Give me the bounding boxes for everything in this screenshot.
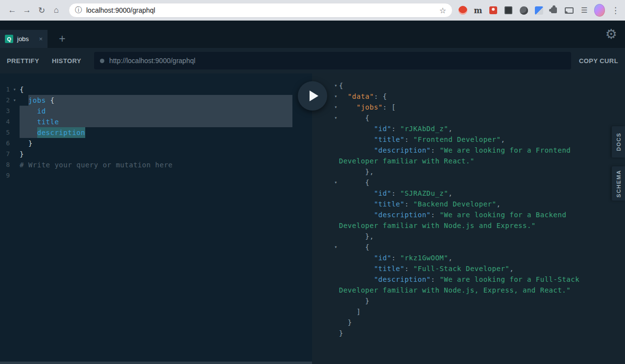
code-line: 6 } — [0, 138, 312, 149]
code-line: Developer familiar with React." — [312, 156, 625, 166]
extension-icon-m[interactable]: m — [473, 5, 483, 16]
back-icon[interactable]: ← — [5, 3, 20, 18]
code-line: Developer familiar with Node.js and Expr… — [312, 220, 625, 231]
profile-button[interactable] — [594, 5, 605, 16]
line-number: 8 — [0, 159, 10, 170]
code-text: "jobs": [ — [339, 102, 396, 113]
graphql-playground: Q jobs × + ⚙ PRETTIFY HISTORY http://loc… — [0, 21, 625, 364]
code-text: "description": "We are looking for a Ful… — [339, 274, 579, 285]
response-viewer: ▾{▾ "data": {▾ "jobs": [▾ { "id": "rJKAb… — [312, 73, 625, 364]
translate-icon — [535, 6, 543, 15]
extension-icon-translate[interactable] — [533, 5, 544, 16]
code-text: id — [20, 106, 46, 116]
copy-curl-button[interactable]: COPY CURL — [579, 57, 618, 65]
reload-icon[interactable]: ↻ — [34, 3, 49, 18]
query-type-badge: Q — [5, 35, 13, 43]
site-info-icon[interactable]: ⓘ — [75, 6, 82, 15]
line-number: 1 — [0, 84, 10, 95]
editor-horizontal-scrollbar[interactable] — [0, 362, 312, 364]
code-line: 1▾{ — [0, 84, 312, 95]
tab-label: jobs — [17, 35, 35, 43]
red-badge-icon — [489, 6, 497, 14]
fold-spacer — [312, 252, 337, 263]
m-letter-icon: m — [474, 6, 482, 15]
cast-icon — [565, 7, 574, 14]
extension-icon-circle[interactable] — [518, 5, 529, 16]
code-text: } — [339, 328, 343, 339]
code-text: { — [339, 80, 343, 91]
code-text: } — [339, 317, 352, 328]
line-number: 3 — [0, 106, 10, 116]
address-bar[interactable]: ⓘ localhost:9000/graphql ☆ — [69, 3, 453, 18]
docs-side-tab[interactable]: DOCS — [612, 126, 625, 158]
code-line: "description": "We are looking for a Fro… — [312, 145, 625, 156]
code-text: } — [20, 149, 24, 159]
fold-spacer — [312, 296, 337, 306]
code-text: } — [339, 296, 370, 306]
tab-jobs[interactable]: Q jobs × — [0, 30, 48, 48]
fold-caret-icon[interactable]: ▾ — [10, 84, 20, 95]
code-line: Developer familiar with Node.js, Express… — [312, 285, 625, 296]
fold-spacer — [312, 166, 337, 177]
execute-query-button[interactable] — [298, 81, 327, 111]
home-icon[interactable]: ⌂ — [49, 3, 64, 18]
endpoint-status-dot-icon — [100, 59, 104, 63]
tab-close-icon[interactable]: × — [39, 35, 43, 43]
code-text: "data": { — [339, 91, 387, 102]
playground-toolbar: PRETTIFY HISTORY http://localhost:9000/g… — [0, 48, 625, 73]
cast-button[interactable] — [564, 5, 575, 16]
code-text: } — [20, 138, 33, 149]
play-icon — [310, 91, 318, 101]
code-text: description — [20, 127, 85, 138]
extension-icon-adblock[interactable] — [457, 5, 468, 16]
code-line: 3 id — [0, 106, 312, 116]
code-text: "id": "rJKAbDd_z", — [339, 123, 453, 134]
fold-spacer — [312, 274, 337, 285]
code-line: ▾ "jobs": [ — [312, 102, 625, 113]
address-url[interactable]: localhost:9000/graphql — [86, 6, 439, 14]
code-text: { — [339, 113, 370, 123]
fold-caret-icon[interactable]: ▾ — [10, 95, 20, 106]
code-text: "description": "We are looking for a Fro… — [339, 145, 571, 156]
fold-caret-icon[interactable]: ▾ — [312, 242, 337, 252]
fold-spacer — [312, 328, 337, 339]
line-number: 9 — [0, 170, 10, 181]
extension-icon-grid[interactable] — [503, 5, 514, 16]
code-line: "title": "Backend Developer", — [312, 199, 625, 209]
red-circle-icon — [458, 6, 467, 15]
endpoint-input[interactable]: http://localhost:9000/graphql — [94, 52, 571, 69]
fold-spacer — [312, 188, 337, 199]
code-line: "title": "Full-Stack Developer", — [312, 263, 625, 274]
bookmark-star-icon[interactable]: ☆ — [439, 6, 446, 15]
forward-icon[interactable]: → — [20, 3, 34, 18]
reading-list-button[interactable]: ☰ — [579, 5, 590, 16]
prettify-button[interactable]: PRETTIFY — [7, 57, 39, 65]
fold-spacer — [10, 127, 20, 138]
line-number: 4 — [0, 116, 10, 127]
list-icon: ☰ — [581, 6, 587, 15]
endpoint-url: http://localhost:9000/graphql — [109, 57, 195, 65]
code-line: ▾ "data": { — [312, 91, 625, 102]
fold-spacer — [10, 149, 20, 159]
line-number: 5 — [0, 127, 10, 138]
fold-caret-icon[interactable]: ▾ — [312, 113, 337, 123]
code-line: ▾{ — [312, 80, 625, 91]
fold-spacer — [312, 317, 337, 328]
browser-menu-button[interactable]: ⋮ — [609, 5, 620, 16]
query-editor[interactable]: 1▾{2▾ jobs {3 id4 title5 description6 }7… — [0, 73, 312, 364]
new-tab-button[interactable]: + — [54, 30, 71, 48]
history-button[interactable]: HISTORY — [52, 57, 81, 65]
grid-icon — [505, 6, 512, 14]
playground-main: 1▾{2▾ jobs {3 id4 title5 description6 }7… — [0, 73, 625, 364]
schema-side-tab[interactable]: SCHEMA — [612, 166, 625, 201]
fold-caret-icon[interactable]: ▾ — [312, 177, 337, 188]
extensions-puzzle-button[interactable] — [549, 5, 559, 16]
code-line: 9 — [0, 170, 312, 181]
code-text: "id": "SJRAZDu_z", — [339, 188, 453, 199]
fold-spacer — [10, 106, 20, 116]
puzzle-icon — [551, 7, 557, 13]
fold-spacer — [312, 145, 337, 156]
settings-gear-icon[interactable]: ⚙ — [605, 28, 617, 41]
code-text: title — [20, 116, 59, 127]
extension-icon-red-badge[interactable] — [488, 5, 499, 16]
